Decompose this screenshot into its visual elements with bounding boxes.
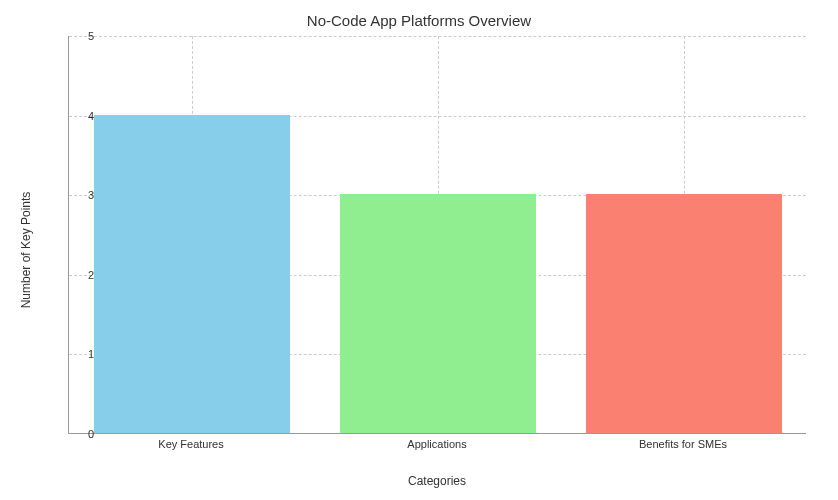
y-tick-label: 2	[70, 269, 94, 281]
plot-box	[68, 36, 806, 434]
bar	[586, 194, 783, 433]
x-tick-label: Key Features	[158, 438, 223, 450]
y-tick-label: 5	[70, 30, 94, 42]
y-axis-label: Number of Key Points	[19, 192, 33, 309]
chart-plot-area	[68, 36, 806, 434]
y-tick-label: 1	[70, 348, 94, 360]
y-tick-label: 4	[70, 110, 94, 122]
x-axis-label: Categories	[68, 474, 806, 488]
chart-title: No-Code App Platforms Overview	[0, 12, 838, 29]
bar	[340, 194, 537, 433]
y-tick-label: 0	[70, 428, 94, 440]
y-tick-label: 3	[70, 189, 94, 201]
bar	[94, 115, 291, 433]
x-tick-label: Applications	[407, 438, 466, 450]
x-tick-label: Benefits for SMEs	[639, 438, 727, 450]
